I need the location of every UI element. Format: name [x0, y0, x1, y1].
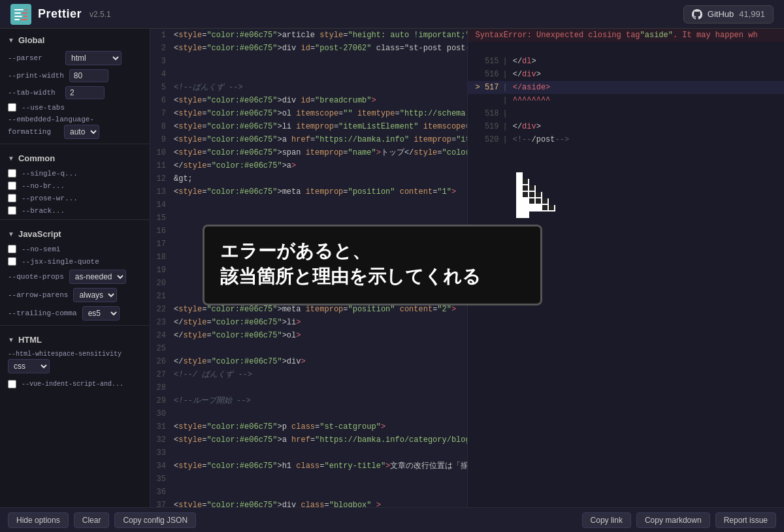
code-line: 8<style="color:#e06c75">li itemprop="ite… [150, 120, 467, 133]
no-bracket-checkbox[interactable] [8, 181, 16, 190]
print-width-input[interactable] [69, 69, 108, 82]
error-header-line: SyntaxError: Unexpected closing tag "asi… [468, 29, 785, 42]
code-line: 32<style="color:#e06c75">a href="https:/… [150, 433, 467, 446]
option-trailing-comma: --trailing-comma es5 none all [0, 304, 150, 322]
jsx-single-quote-checkbox[interactable] [8, 257, 16, 266]
clear-button[interactable]: Clear [74, 512, 110, 528]
error-caret-line: > 517| </aside> [468, 81, 785, 94]
hide-options-button[interactable]: Hide options [8, 512, 69, 528]
option-quote-props: --quote-props as-needed consistent prese… [0, 268, 150, 286]
section-common[interactable]: ▼ Common [0, 147, 150, 167]
option-print-width: --print-width [0, 67, 150, 84]
prose-wrap-label: --prose-wr... [22, 195, 78, 202]
output-line: 516| </div> [468, 68, 785, 81]
report-issue-button[interactable]: Report issue [715, 512, 776, 528]
line-number: 35 [150, 473, 174, 486]
line-number: 12 [150, 172, 174, 185]
option-jsx-single-quote: --jsx-single-quote [0, 255, 150, 268]
line-number: 30 [150, 407, 174, 420]
bracket-same-line-label: --brack... [22, 207, 65, 215]
parser-label: --parser [8, 54, 60, 62]
code-line: 24</style="color:#e06c75">ol> [150, 329, 467, 342]
section-html-arrow: ▼ [8, 336, 14, 343]
prose-wrap-checkbox[interactable] [8, 194, 16, 202]
code-line: 25 [150, 342, 467, 355]
use-tabs-checkbox[interactable] [8, 103, 16, 112]
bracket-same-line-checkbox[interactable] [8, 206, 16, 215]
line-content: <style="color:#e06c75">div id="breadcrum… [174, 94, 387, 107]
output-panel[interactable]: SyntaxError: Unexpected closing tag "asi… [467, 29, 785, 507]
tab-width-label: --tab-width [8, 89, 60, 97]
line-content: <style="color:#e06c75">a href="https://b… [174, 433, 467, 446]
right-line-number: > 517 [468, 81, 503, 94]
section-js-arrow: ▼ [8, 230, 14, 238]
svg-rect-0 [10, 4, 31, 25]
line-content: <!--ぱんくず --> [174, 81, 253, 94]
section-javascript[interactable]: ▼ JavaScript [0, 223, 150, 243]
section-global[interactable]: ▼ Global [0, 29, 150, 49]
code-line: 34<style="color:#e06c75">h1 class="entry… [150, 460, 467, 473]
code-line: 12&gt; [150, 172, 467, 185]
vue-indent-label: --vue-indent-script-and... [22, 381, 123, 388]
no-semi-checkbox[interactable] [8, 245, 16, 253]
prettier-logo-icon [10, 4, 31, 25]
arrow-parens-select[interactable]: always avoid [73, 288, 117, 302]
embedded-lang-label2: formatting [8, 128, 60, 136]
single-quote-checkbox[interactable] [8, 169, 16, 178]
line-number: 8 [150, 120, 174, 133]
option-arrow-parens: --arrow-parens always avoid [0, 286, 150, 304]
code-line: 2<style="color:#e06c75">div id="post-270… [150, 42, 467, 55]
right-line-content: <!--/post--> [513, 133, 569, 146]
line-number: 36 [150, 486, 174, 499]
line-number: 27 [150, 368, 174, 381]
code-line: 22<style="color:#e06c75">meta itemprop="… [150, 303, 467, 316]
line-number: 1 [150, 29, 174, 42]
topbar-left: Prettier v2.5.1 [10, 4, 111, 25]
line-number: 5 [150, 81, 174, 94]
line-content: </style="color:#e06c75">ol> [174, 329, 311, 342]
input-panel[interactable]: 1<style="color:#e06c75">article style="h… [150, 29, 467, 507]
right-line-number: 519 [468, 120, 503, 133]
line-number: 33 [150, 446, 174, 460]
bottombar: Hide options Clear Copy config JSON Copy… [0, 507, 784, 532]
right-line-pipe: | [503, 107, 513, 120]
line-number: 19 [150, 264, 174, 277]
line-number: 3 [150, 55, 174, 68]
section-html[interactable]: ▼ HTML [0, 328, 150, 349]
parser-select[interactable]: html babel css markdown typescript [65, 51, 122, 65]
output-line: 518| [468, 107, 785, 120]
option-tab-width: --tab-width [0, 84, 150, 101]
svg-rect-4 [14, 19, 20, 20]
right-line-content: </div> [513, 68, 541, 81]
use-tabs-label: --use-tabs [22, 104, 65, 112]
github-button[interactable]: GitHub 41,991 [683, 5, 774, 23]
line-content: <style="color:#e06c75">li itemprop="item… [174, 120, 467, 133]
svg-rect-6 [22, 12, 27, 14]
line-number: 6 [150, 94, 174, 107]
right-line-pipe: | [503, 55, 513, 68]
code-line: 6<style="color:#e06c75">div id="breadcru… [150, 94, 467, 107]
html-whitespace-select[interactable]: css strict ignore [8, 359, 50, 373]
copy-config-button[interactable]: Copy config JSON [114, 512, 196, 528]
code-line: 21 [150, 290, 467, 303]
svg-rect-1 [14, 9, 24, 10]
code-line: 3 [150, 55, 467, 68]
copy-markdown-button[interactable]: Copy markdown [636, 512, 710, 528]
right-line-content: </dl> [513, 55, 536, 68]
right-line-number: 516 [468, 68, 503, 81]
copy-link-button[interactable]: Copy link [582, 512, 631, 528]
line-content: <style="color:#e06c75">div id="post-2706… [174, 42, 467, 55]
line-content: </style="color:#e06c75">li> [174, 316, 311, 329]
code-line: 29<!--ループ開始 --> [150, 394, 467, 407]
right-line-number: 518 [468, 107, 503, 120]
line-number: 10 [150, 146, 174, 159]
embedded-lang-select[interactable]: auto off [64, 125, 99, 139]
quote-props-select[interactable]: as-needed consistent preserve [69, 270, 126, 284]
line-number: 21 [150, 290, 174, 303]
right-line-pipe: | [503, 120, 513, 133]
app-title: Prettier [38, 7, 82, 21]
trailing-comma-select[interactable]: es5 none all [82, 306, 120, 321]
line-number: 16 [150, 225, 174, 238]
tab-width-input[interactable] [65, 86, 105, 99]
vue-indent-checkbox[interactable] [8, 380, 16, 388]
